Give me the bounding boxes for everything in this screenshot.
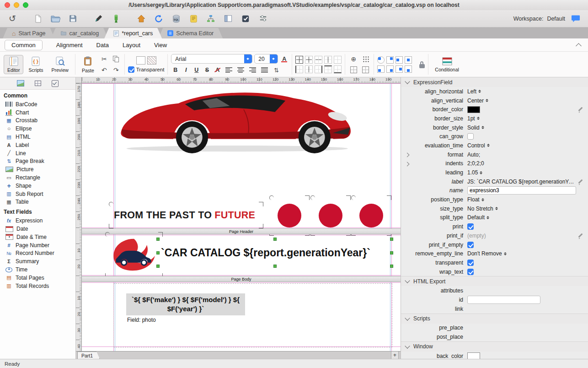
palette-item-shape[interactable]: Shape [0, 182, 75, 190]
picture-palette-tab-icon[interactable] [17, 80, 24, 87]
palette-item-picture[interactable]: Picture [0, 165, 75, 173]
palette-item-page-break[interactable]: Page Break [0, 157, 75, 166]
conditional-button[interactable]: Conditional [432, 56, 462, 73]
ribbon-tab-layout[interactable]: Layout [123, 42, 140, 49]
red-circle-element[interactable] [356, 200, 386, 231]
palette-item-table[interactable]: Table [0, 198, 75, 206]
report-page[interactable]: FROM THE PAST TOFUTURE Page Header [82, 83, 401, 352]
align-center-button[interactable] [235, 65, 246, 75]
underline-button[interactable]: U [192, 66, 201, 75]
clear-format-button[interactable]: A [213, 66, 222, 75]
prop-leading-select[interactable]: 1.05 [467, 169, 576, 176]
tab-schema-editor[interactable]: Schema Editor [158, 28, 223, 38]
prop-size-type-select[interactable]: No Stretch [467, 206, 576, 212]
font-color-button[interactable]: A [280, 54, 289, 63]
palette-item-total-pages[interactable]: Total Pages [0, 274, 75, 282]
prop-evaluation-time-select[interactable]: Control [467, 142, 576, 149]
font-family-select[interactable]: Arial [171, 54, 252, 64]
page-body-divider[interactable]: Page Body [82, 276, 401, 282]
lock-icon[interactable] [419, 64, 425, 68]
sync-icon[interactable] [152, 12, 166, 25]
home-icon[interactable] [134, 12, 148, 25]
chat-icon[interactable] [569, 12, 583, 25]
sql-file-icon[interactable] [187, 12, 200, 25]
tab-report-cars[interactable]: *report_cars [104, 28, 162, 38]
border-bottom-icon[interactable] [334, 65, 342, 73]
sliders-icon[interactable] [256, 12, 270, 25]
center-target-icon[interactable]: ⊕ [348, 54, 358, 64]
sql-database-icon[interactable]: SQL [169, 12, 183, 25]
palette-item-line[interactable]: Line [0, 149, 75, 157]
red-circle-element[interactable] [315, 200, 346, 231]
border-right-icon[interactable] [315, 65, 322, 73]
palette-item-label[interactable]: Label [0, 141, 75, 149]
paste-button[interactable]: Paste [79, 55, 97, 74]
border-all-icon[interactable] [295, 56, 303, 64]
align-justify-button[interactable] [259, 65, 269, 75]
ribbon-tab-data[interactable]: Data [96, 42, 109, 49]
close-window-button[interactable] [5, 2, 10, 8]
transparent-checkbox[interactable] [128, 66, 134, 73]
prop-split-type-select[interactable]: Default [467, 214, 576, 221]
zoom-window-button[interactable] [23, 2, 28, 8]
prop-print-checkbox[interactable] [467, 223, 474, 230]
tab-car-catalog[interactable]: car_catalog [51, 28, 108, 38]
redo-edit-icon[interactable]: ↷ [111, 65, 121, 75]
snap-icon[interactable] [348, 65, 358, 75]
palette-item-record-number[interactable]: Record Number [0, 249, 75, 258]
ribbon-tab-view[interactable]: View [154, 42, 167, 49]
palette-item-date[interactable]: Date [0, 225, 75, 233]
workspace-value[interactable]: Default [547, 16, 565, 22]
prop-print-if-edit-button[interactable] [577, 233, 583, 239]
align-left-button[interactable] [224, 65, 234, 75]
palette-item-barcode[interactable]: BarCode [0, 100, 75, 108]
pattern-swatch[interactable] [147, 56, 156, 65]
inspector-group-expressionfield[interactable]: ExpressionField [401, 77, 588, 87]
bold-button[interactable]: B [171, 66, 180, 75]
palette-item-time[interactable]: Time [0, 265, 75, 274]
save-icon[interactable] [66, 12, 80, 25]
palette-item-total-records[interactable]: Total Records [0, 282, 75, 290]
checkbox-widget-icon[interactable] [239, 12, 252, 25]
prop-wrap-text-checkbox[interactable] [467, 269, 474, 275]
part-tab-part1[interactable]: Part1 [77, 352, 100, 359]
palette-item-html[interactable]: HTML [0, 133, 75, 141]
align-top-left-icon[interactable] [377, 56, 385, 64]
prop-label-edit-button[interactable] [577, 179, 583, 185]
org-chart-icon[interactable] [204, 12, 218, 25]
align-bottom-right-icon[interactable] [386, 65, 394, 73]
prop-remove-empty-line-select[interactable]: Don't Remove [467, 250, 576, 257]
palette-item-rectangle[interactable]: Rectangle [0, 173, 75, 182]
font-size-select[interactable]: 20 [254, 54, 278, 64]
align-bottom-middle-icon[interactable] [405, 65, 412, 73]
editor-button[interactable]: Editor [4, 55, 23, 74]
italic-button[interactable]: I [182, 66, 190, 75]
logo-image[interactable] [110, 237, 158, 273]
preview-button[interactable]: Preview [48, 55, 72, 74]
border-top-icon[interactable] [324, 65, 332, 73]
border-center-icon[interactable] [305, 65, 313, 73]
align-center-middle-icon[interactable] [405, 56, 412, 64]
prop-align-vertical-select[interactable]: Center [467, 97, 576, 104]
align-top-right-icon[interactable] [386, 56, 394, 64]
checkbox-palette-tab-icon[interactable] [52, 80, 59, 87]
border-vertical-icon[interactable] [324, 56, 332, 64]
prop-transparent-checkbox[interactable] [467, 260, 474, 266]
car-image[interactable] [107, 84, 363, 156]
align-left-middle-icon[interactable] [396, 56, 403, 64]
palette-item-expression[interactable]: Expression [0, 216, 75, 225]
eyedropper-icon[interactable] [91, 12, 105, 25]
inspector-group-scripts[interactable]: Scripts [401, 314, 588, 324]
border-none-icon[interactable] [334, 56, 342, 64]
prop-name-input[interactable] [467, 186, 576, 195]
align-right-middle-icon[interactable] [396, 65, 403, 73]
undo-icon[interactable]: ↺ [5, 12, 19, 25]
fill-color-swatch[interactable] [136, 56, 145, 65]
palette-item-ellipse[interactable]: Ellipse [0, 124, 75, 133]
prop-border-size-select[interactable]: 1pt [467, 115, 576, 122]
photo-field-element[interactable]: Field: photo [127, 317, 156, 323]
marker-icon[interactable] [109, 12, 123, 25]
prop-print-if-empty-checkbox[interactable] [467, 242, 474, 248]
scripts-button[interactable]: { } Scripts [25, 55, 46, 74]
grid-dots-icon[interactable] [360, 54, 370, 64]
